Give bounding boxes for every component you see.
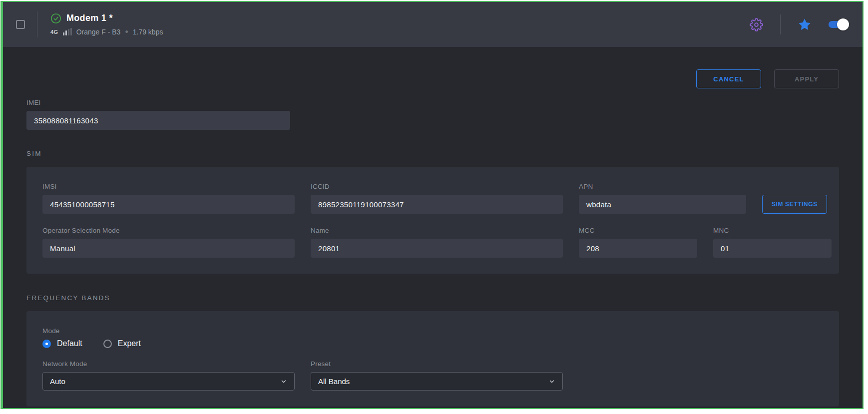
imsi-input[interactable] — [42, 195, 295, 214]
apn-field: APN — [579, 183, 746, 214]
mnc-field: MNC — [713, 227, 832, 258]
modem-enabled-toggle[interactable] — [829, 21, 848, 28]
modem-title: Modem 1 * — [66, 13, 113, 23]
mnc-label: MNC — [713, 227, 832, 234]
modem-card: Modem 1 * 4G Orange F - B3 • 1.79 kbps — [0, 1, 864, 409]
sim-panel: IMSI ICCID APN SIM SETTINGS Operator Sel — [26, 167, 839, 274]
preset-label: Preset — [311, 360, 563, 368]
select-modem-checkbox[interactable] — [16, 20, 25, 29]
mode-radio-expert[interactable]: Expert — [103, 339, 141, 348]
iccid-field: ICCID — [311, 183, 563, 214]
throughput-value: 1.79 kbps — [133, 28, 163, 36]
apply-button[interactable]: APPLY — [774, 69, 839, 88]
separator-dot: • — [125, 27, 128, 36]
radio-unselected-icon — [103, 340, 112, 348]
mnc-input[interactable] — [713, 239, 832, 258]
header-divider — [780, 14, 781, 34]
operator-selection-mode-field: Operator Selection Mode — [42, 227, 295, 258]
status-check-circle-icon — [50, 13, 61, 24]
apn-label: APN — [579, 183, 746, 190]
preset-field: Preset All Bands — [311, 360, 563, 391]
radio-selected-icon — [42, 340, 51, 348]
frequency-bands-panel: Mode Default Expert Network Mode Auto — [26, 311, 839, 407]
operator-selection-mode-label: Operator Selection Mode — [42, 227, 295, 234]
mcc-field: MCC — [579, 227, 697, 258]
mode-radio-default[interactable]: Default — [42, 339, 82, 348]
chevron-down-icon — [548, 378, 555, 385]
imei-input[interactable] — [26, 111, 290, 130]
operator-name: Orange F - B3 — [76, 28, 121, 36]
imsi-label: IMSI — [42, 183, 295, 190]
operator-selection-mode-input[interactable] — [42, 239, 295, 258]
imei-label: IMEI — [26, 99, 290, 106]
favorite-star-icon[interactable] — [798, 17, 812, 31]
mcc-input[interactable] — [579, 239, 697, 258]
iccid-label: ICCID — [311, 183, 563, 190]
imsi-field: IMSI — [42, 183, 295, 214]
header-divider — [37, 11, 37, 37]
signal-strength-icon — [63, 28, 72, 35]
name-input[interactable] — [311, 239, 563, 258]
modem-title-block: Modem 1 * 4G Orange F - B3 • 1.79 kbps — [50, 13, 163, 36]
network-type-label: 4G — [50, 29, 58, 35]
network-mode-select[interactable]: Auto — [42, 372, 295, 391]
modem-settings-gear-icon[interactable] — [750, 18, 763, 31]
iccid-input[interactable] — [311, 195, 563, 214]
sim-settings-button[interactable]: SIM SETTINGS — [762, 195, 827, 214]
frequency-bands-section-label: FREQUENCY BANDS — [26, 294, 839, 302]
modem-header: Modem 1 * 4G Orange F - B3 • 1.79 kbps — [3, 2, 863, 47]
cancel-button[interactable]: CANCEL — [696, 69, 761, 88]
mode-label: Mode — [42, 327, 823, 335]
name-label: Name — [311, 227, 563, 234]
mcc-label: MCC — [579, 227, 697, 234]
apn-input[interactable] — [579, 195, 746, 214]
chevron-down-icon — [280, 378, 287, 385]
network-mode-label: Network Mode — [42, 360, 295, 368]
preset-select[interactable]: All Bands — [311, 372, 563, 391]
name-field: Name — [311, 227, 563, 258]
sim-section-label: SIM — [26, 150, 839, 157]
network-mode-field: Network Mode Auto — [42, 360, 295, 391]
